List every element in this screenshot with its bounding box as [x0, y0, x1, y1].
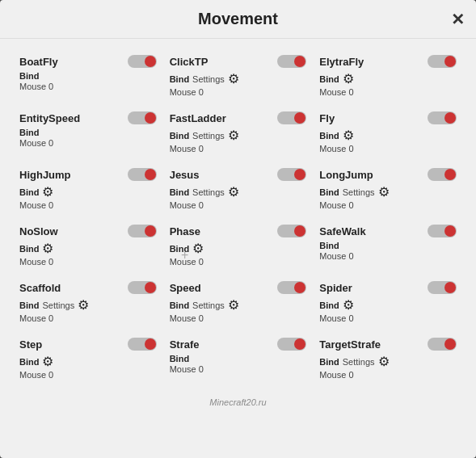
module-entityspeed: EntitySpeedBindMouse 0	[13, 103, 163, 160]
module-header: Spider	[319, 281, 457, 294]
close-button[interactable]: ✕	[451, 11, 465, 27]
bind-button[interactable]: Bind	[19, 357, 39, 367]
bind-button[interactable]: Bind	[170, 74, 189, 84]
module-phase: PhaseBind⚙+Mouse 0	[163, 216, 314, 273]
window-title: Movement	[198, 10, 278, 28]
gear-icon[interactable]: ⚙	[228, 297, 239, 313]
module-name: EntitySpeed	[19, 112, 80, 124]
module-toggle[interactable]	[277, 225, 306, 237]
settings-label: Settings	[192, 74, 225, 84]
toggle-circle	[444, 56, 456, 67]
module-name: FastLadder	[170, 112, 226, 124]
toggle-circle	[444, 338, 456, 350]
module-name: Speed	[170, 282, 201, 294]
bind-button[interactable]: Bind	[19, 187, 39, 197]
module-elytrafly: ElytraFlyBind⚙Mouse 0	[313, 47, 463, 103]
gear-icon[interactable]: ⚙	[228, 128, 239, 143]
gear-icon[interactable]: ⚙	[343, 71, 354, 86]
module-name: Step	[19, 338, 42, 351]
gear-icon[interactable]: ⚙	[228, 71, 239, 86]
gear-icon[interactable]: ⚙	[343, 297, 354, 313]
gear-icon[interactable]: ⚙	[228, 184, 239, 200]
module-controls: BindSettings⚙	[170, 71, 307, 86]
module-fly: FlyBind⚙Mouse 0	[313, 103, 463, 160]
mouse-value: Mouse 0	[19, 82, 157, 91]
bind-button[interactable]: Bind	[170, 354, 189, 363]
gear-icon[interactable]: ⚙	[42, 184, 53, 200]
module-toggle[interactable]	[277, 168, 306, 181]
bind-button[interactable]: Bind	[319, 74, 339, 84]
gear-icon[interactable]: ⚙	[42, 354, 53, 369]
toggle-circle	[444, 282, 456, 293]
module-controls: BindSettings⚙	[170, 128, 307, 143]
module-toggle[interactable]	[428, 338, 457, 351]
module-controls: Bind	[319, 241, 457, 250]
module-controls: Bind	[170, 354, 307, 363]
module-toggle[interactable]	[128, 225, 157, 237]
module-spider: SpiderBind⚙Mouse 0	[313, 273, 463, 330]
bind-button[interactable]: Bind	[19, 128, 39, 137]
module-header: Scaffold	[19, 281, 157, 294]
module-controls: BindSettings⚙	[19, 297, 157, 313]
module-controls: BindSettings⚙	[170, 297, 307, 313]
module-toggle[interactable]	[128, 111, 157, 124]
module-toggle[interactable]	[277, 338, 306, 351]
mouse-value: Mouse 0	[170, 87, 307, 97]
bind-button[interactable]: Bind	[19, 244, 39, 254]
toggle-circle	[444, 225, 456, 237]
module-controls: Bind⚙	[19, 184, 157, 200]
module-strafe: StrafeBindMouse 0	[163, 330, 314, 386]
bind-button[interactable]: Bind	[170, 187, 189, 197]
module-header: Strafe	[170, 338, 307, 351]
mouse-value: Mouse 0	[319, 313, 457, 323]
gear-icon[interactable]: ⚙	[378, 184, 390, 200]
gear-icon[interactable]: ⚙	[78, 297, 89, 313]
module-safewalk: SafeWalkBindMouse 0	[313, 216, 463, 273]
toggle-circle	[145, 169, 156, 180]
bind-button[interactable]: Bind	[19, 300, 39, 310]
module-toggle[interactable]	[277, 281, 306, 294]
module-controls: BindSettings⚙	[319, 354, 457, 369]
module-toggle[interactable]	[428, 225, 457, 237]
settings-label: Settings	[343, 357, 375, 367]
module-header: Step	[19, 338, 157, 351]
module-toggle[interactable]	[128, 281, 157, 294]
module-toggle[interactable]	[128, 338, 157, 351]
mouse-value: Mouse 0	[319, 200, 457, 210]
gear-icon[interactable]: ⚙	[42, 241, 53, 256]
module-toggle[interactable]	[277, 111, 306, 124]
module-scaffold: ScaffoldBindSettings⚙Mouse 0	[13, 273, 163, 330]
module-controls: Bind⚙	[319, 71, 457, 86]
add-icon[interactable]: +	[181, 248, 188, 263]
bind-button[interactable]: Bind	[170, 131, 189, 141]
module-toggle[interactable]	[128, 55, 157, 68]
module-toggle[interactable]	[428, 111, 457, 124]
gear-icon[interactable]: ⚙	[378, 354, 390, 369]
bind-button[interactable]: Bind	[319, 187, 339, 197]
bind-button[interactable]: Bind	[19, 71, 39, 81]
toggle-circle	[145, 282, 156, 293]
module-highjump: HighJumpBind⚙Mouse 0	[13, 160, 163, 216]
watermark: Minecraft20.ru	[0, 394, 476, 409]
gear-icon[interactable]: ⚙	[192, 241, 204, 256]
bind-button[interactable]: Bind	[319, 131, 339, 141]
module-toggle[interactable]	[277, 55, 306, 68]
mouse-value: Mouse 0	[170, 200, 307, 210]
toggle-circle	[145, 56, 156, 67]
toggle-circle	[294, 338, 305, 350]
gear-icon[interactable]: ⚙	[343, 128, 354, 143]
bind-button[interactable]: Bind	[319, 241, 339, 250]
bind-button[interactable]: Bind	[170, 300, 189, 310]
bind-button[interactable]: Bind	[319, 300, 339, 310]
module-toggle[interactable]	[128, 168, 157, 181]
module-controls: Bind⚙+	[170, 241, 307, 256]
module-toggle[interactable]	[428, 281, 457, 294]
module-toggle[interactable]	[428, 55, 457, 68]
module-name: ElytraFly	[319, 56, 364, 68]
module-longjump: LongJumpBindSettings⚙Mouse 0	[313, 160, 463, 216]
bind-button[interactable]: Bind	[319, 357, 339, 367]
module-toggle[interactable]	[428, 168, 457, 181]
module-name: Spider	[319, 282, 352, 294]
module-header: Speed	[170, 281, 307, 294]
module-jesus: JesusBindSettings⚙Mouse 0	[163, 160, 314, 216]
